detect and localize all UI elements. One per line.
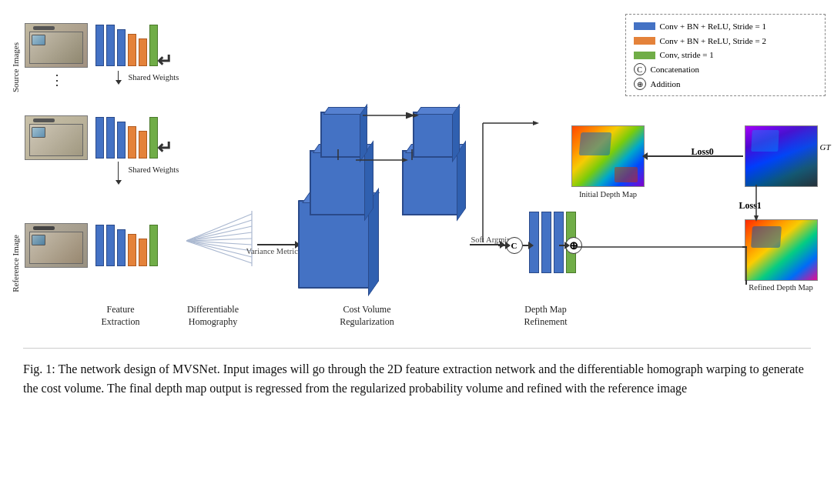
corner-arrow-1: ↵ xyxy=(157,50,172,72)
vol-to-argmin-arrow xyxy=(470,244,501,245)
caption-text: Fig. 1: The network design of MVSNet. In… xyxy=(23,362,804,395)
legend-color-blue xyxy=(634,22,655,30)
cube-mid-2 xyxy=(402,150,460,215)
legend-text-3: Conv, stride = 1 xyxy=(660,48,714,62)
legend-text-1: Conv + BN + ReLU, Stride = 1 xyxy=(660,19,766,34)
shared-weights-label-1: Shared Weights xyxy=(129,73,179,82)
c-to-bars-arrow xyxy=(523,245,529,246)
bars-to-add-arrow xyxy=(559,245,565,246)
legend-color-green xyxy=(634,52,655,59)
feature-bars-source-2 xyxy=(95,117,158,159)
legend-concat-symbol: C xyxy=(634,63,646,75)
cube-small-2 xyxy=(413,112,455,158)
cube-mid-1 xyxy=(310,150,367,215)
corner-arrow-2: ↵ xyxy=(157,137,172,159)
reference-image xyxy=(25,223,88,268)
source-image-2 xyxy=(25,115,88,160)
caption: Fig. 1: The network design of MVSNet. In… xyxy=(8,360,826,399)
cube-small-1 xyxy=(320,112,363,158)
fan-to-volume-arrow xyxy=(257,244,296,245)
legend-item-concat: C Concatenation xyxy=(634,62,817,77)
source-image-1 xyxy=(25,23,88,68)
refined-depth-map xyxy=(745,219,818,281)
legend-item-1: Conv + BN + ReLU, Stride = 1 xyxy=(634,19,817,34)
shared-weights-label-2: Shared Weights xyxy=(129,165,179,174)
diagram: Conv + BN + ReLU, Stride = 1 Conv + BN +… xyxy=(9,8,826,339)
separator xyxy=(23,348,811,349)
cost-volume-label: Cost VolumeRegularization xyxy=(306,304,429,328)
loss1-label: Loss1 xyxy=(739,200,762,212)
dots-between-sources: ⋮ xyxy=(50,72,64,88)
legend-item-3: Conv, stride = 1 xyxy=(634,48,817,62)
homography-fan-svg xyxy=(186,206,256,275)
feature-bars-reference xyxy=(95,225,158,266)
shared-weights-1-arrow xyxy=(116,71,122,85)
svg-marker-18 xyxy=(533,121,539,125)
source-images-label: Source Images xyxy=(11,42,20,92)
plus-to-refined-svg xyxy=(574,246,747,248)
legend-text-concat: Concatenation xyxy=(651,62,700,77)
argmin-to-c-arrow xyxy=(498,245,506,246)
legend-text-2: Conv + BN + ReLU, Stride = 2 xyxy=(660,34,766,48)
gt-label: GT xyxy=(820,142,831,152)
variance-metric-label: Variance Metric xyxy=(246,246,298,257)
legend-item-add: ⊕ Addition xyxy=(634,77,817,92)
refined-depth-map-label: Refined Depth Map xyxy=(745,283,818,292)
legend-item-2: Conv + BN + ReLU, Stride = 2 xyxy=(634,34,817,48)
legend-add-symbol: ⊕ xyxy=(634,78,646,90)
legend: Conv + BN + ReLU, Stride = 1 Conv + BN +… xyxy=(625,14,826,96)
initial-depth-map-label: Initial Depth Map xyxy=(574,190,643,199)
gt-to-depth-arrow xyxy=(647,155,743,157)
diff-homography-label: DifferentiableHomography xyxy=(175,304,252,328)
feature-extraction-label: FeatureExtraction xyxy=(82,304,159,328)
feature-bars-source-1 xyxy=(95,25,158,66)
svg-line-1 xyxy=(186,220,252,241)
gt-image xyxy=(745,125,818,187)
main-container: Conv + BN + ReLU, Stride = 1 Conv + BN +… xyxy=(0,0,834,504)
legend-text-add: Addition xyxy=(651,77,681,92)
depth-refinement-label: Depth MapRefinement xyxy=(500,304,592,328)
initial-depth-map xyxy=(571,125,645,187)
legend-color-orange xyxy=(634,37,655,45)
reference-image-label: Reference Image xyxy=(11,235,20,292)
shared-weights-2-arrow xyxy=(116,162,122,185)
